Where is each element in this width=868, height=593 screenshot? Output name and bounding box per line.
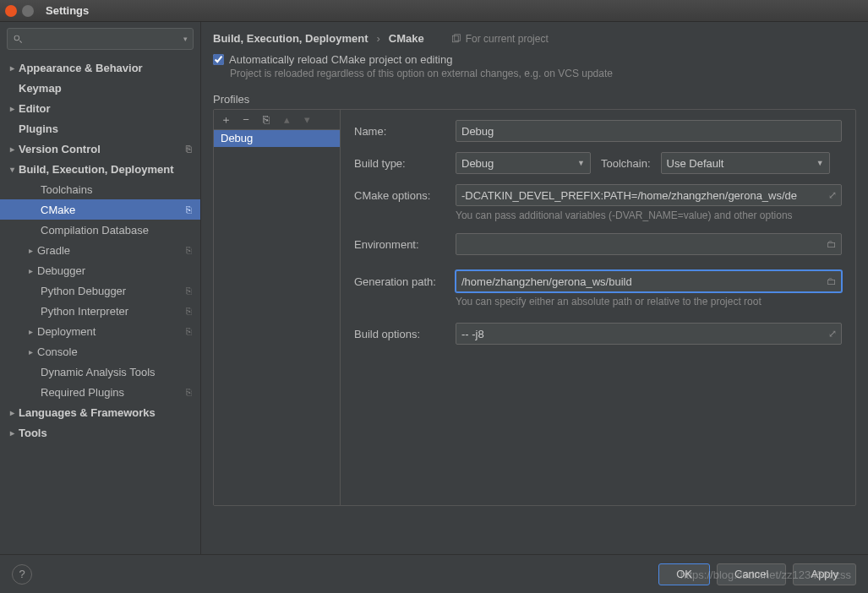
apply-button[interactable]: Apply	[793, 563, 856, 585]
nav-compilation-database[interactable]: Compilation Database	[0, 220, 200, 240]
generation-path-input[interactable]	[456, 270, 842, 292]
nav-editor[interactable]: ▸Editor	[0, 98, 200, 118]
search-icon	[13, 34, 24, 45]
main-panel: Build, Execution, Deployment › CMake For…	[201, 22, 868, 554]
close-window-icon[interactable]	[5, 5, 17, 17]
nav-appearance[interactable]: ▸Appearance & Behavior	[0, 57, 200, 78]
toolchain-dropdown[interactable]: Use Default▼	[661, 152, 830, 174]
nav-cmake[interactable]: CMake⎘	[0, 199, 200, 220]
project-scope-icon	[451, 34, 461, 44]
nav-debugger[interactable]: ▸Debugger	[0, 260, 200, 280]
nav-dynamic-analysis-tools[interactable]: Dynamic Analysis Tools	[0, 362, 200, 382]
profile-form: Name: Build type: Debug▼ Toolchain: Use …	[341, 110, 855, 505]
window-title: Settings	[46, 4, 89, 17]
profile-item[interactable]: Debug	[214, 130, 340, 147]
chevron-right-icon: ▸	[7, 408, 17, 417]
build-type-dropdown[interactable]: Debug▼	[456, 152, 591, 174]
expand-icon[interactable]: ⤢	[828, 189, 837, 201]
for-current-project-label: For current project	[451, 33, 549, 45]
environment-label: Environment:	[354, 238, 456, 251]
chevron-down-icon: ▼	[816, 159, 824, 167]
ok-button[interactable]: OK	[658, 563, 710, 585]
remove-profile-button[interactable]: −	[237, 112, 254, 128]
nav-console[interactable]: ▸Console	[0, 341, 200, 362]
cmake-options-label: CMake options:	[354, 189, 456, 202]
chevron-right-icon: ▸	[7, 104, 17, 113]
profiles-list: ＋ − ⎘ ▴ ▾ Debug	[214, 110, 341, 505]
cmake-options-hint: You can pass additional variables (-DVAR…	[456, 209, 842, 221]
copy-profile-button[interactable]: ⎘	[258, 112, 275, 128]
generation-path-label: Generation path:	[354, 275, 456, 288]
chevron-right-icon: ▸	[7, 63, 17, 73]
build-options-label: Build options:	[354, 328, 456, 340]
cancel-button[interactable]: Cancel	[717, 563, 786, 585]
chevron-right-icon: ▸	[25, 327, 35, 336]
help-button[interactable]: ?	[12, 564, 32, 585]
browse-icon[interactable]: 🗀	[827, 275, 837, 287]
dialog-footer: ? OK Cancel Apply	[0, 554, 868, 593]
project-scope-icon: ⎘	[186, 204, 192, 215]
chevron-right-icon: ▸	[25, 266, 35, 275]
breadcrumb-current: CMake	[389, 32, 424, 45]
breadcrumb-root[interactable]: Build, Execution, Deployment	[213, 32, 368, 45]
nav-python-debugger[interactable]: Python Debugger⎘	[0, 280, 200, 301]
toolchain-label: Toolchain:	[601, 157, 651, 170]
move-up-button[interactable]: ▴	[278, 112, 295, 128]
nav-python-interpreter[interactable]: Python Interpreter⎘	[0, 301, 200, 321]
sidebar: ▾ ▸Appearance & Behavior Keymap ▸Editor …	[0, 22, 201, 554]
expand-icon[interactable]: ⤢	[828, 328, 837, 340]
profiles-area: ＋ − ⎘ ▴ ▾ Debug Name: Build type:	[213, 109, 856, 506]
chevron-down-icon: ▾	[7, 165, 17, 174]
minimize-window-icon[interactable]	[22, 5, 34, 17]
project-scope-icon: ⎘	[186, 306, 192, 316]
profiles-toolbar: ＋ − ⎘ ▴ ▾	[214, 110, 340, 130]
nav-toolchains[interactable]: Toolchains	[0, 179, 200, 199]
profiles-section-label: Profiles	[201, 88, 868, 109]
search-input[interactable]: ▾	[7, 28, 194, 50]
environment-input[interactable]	[456, 233, 842, 255]
nav-deployment[interactable]: ▸Deployment⎘	[0, 321, 200, 341]
chevron-right-icon: ▸	[7, 428, 17, 438]
project-scope-icon: ⎘	[186, 245, 192, 255]
nav-tools[interactable]: ▸Tools	[0, 422, 200, 443]
chevron-right-icon: ›	[376, 32, 379, 45]
settings-tree: ▸Appearance & Behavior Keymap ▸Editor Pl…	[0, 56, 200, 554]
nav-languages-frameworks[interactable]: ▸Languages & Frameworks	[0, 402, 200, 422]
project-scope-icon: ⎘	[186, 387, 192, 397]
browse-icon[interactable]: 🗀	[827, 238, 837, 250]
chevron-right-icon: ▸	[25, 246, 35, 255]
titlebar: Settings	[0, 0, 868, 22]
chevron-right-icon: ▸	[7, 144, 17, 154]
project-scope-icon: ⎘	[186, 144, 192, 154]
cmake-options-input[interactable]	[456, 184, 842, 206]
auto-reload-description: Project is reloaded regardless of this o…	[201, 68, 868, 79]
name-input[interactable]	[456, 120, 842, 142]
project-scope-icon: ⎘	[186, 286, 192, 296]
nav-gradle[interactable]: ▸Gradle⎘	[0, 240, 200, 260]
chevron-right-icon: ▸	[25, 347, 35, 356]
generation-path-hint: You can specify either an absolute path …	[456, 296, 842, 307]
name-label: Name:	[354, 125, 456, 138]
move-down-button[interactable]: ▾	[298, 112, 315, 128]
project-scope-icon: ⎘	[186, 326, 192, 336]
chevron-down-icon: ▾	[183, 35, 188, 43]
auto-reload-checkbox[interactable]	[213, 54, 224, 65]
add-profile-button[interactable]: ＋	[217, 112, 234, 128]
chevron-down-icon: ▼	[577, 159, 585, 167]
nav-keymap[interactable]: Keymap	[0, 78, 200, 98]
build-type-label: Build type:	[354, 157, 456, 170]
nav-version-control[interactable]: ▸Version Control⎘	[0, 139, 200, 159]
nav-required-plugins[interactable]: Required Plugins⎘	[0, 382, 200, 402]
breadcrumb: Build, Execution, Deployment › CMake For…	[201, 22, 868, 52]
build-options-input[interactable]: -- -j8	[456, 323, 842, 345]
nav-plugins[interactable]: Plugins	[0, 118, 200, 139]
nav-build-exec-deploy[interactable]: ▾Build, Execution, Deployment	[0, 159, 200, 179]
auto-reload-label: Automatically reload CMake project on ed…	[229, 53, 452, 66]
